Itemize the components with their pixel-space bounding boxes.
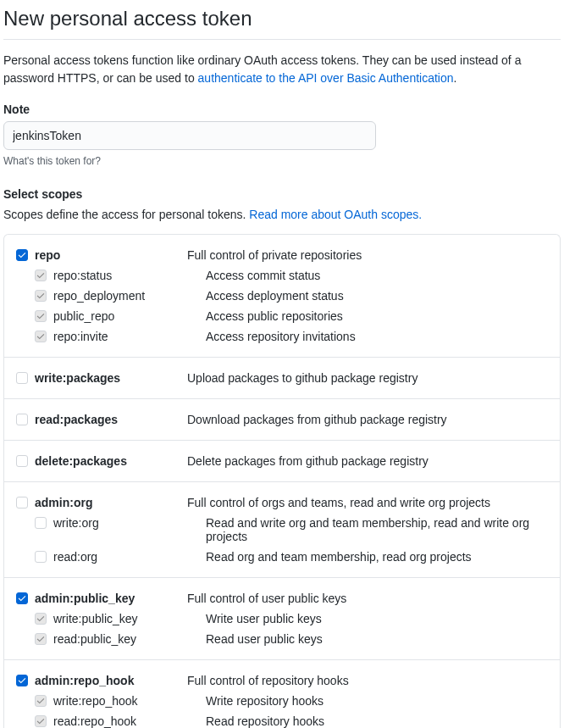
scope-name: admin:public_key xyxy=(35,592,187,605)
checkbox-admin-repo-hook-0[interactable] xyxy=(35,695,47,707)
scope-desc: Access deployment status xyxy=(206,289,548,303)
checkbox-col xyxy=(16,413,35,425)
scope-row-child: write:repo_hookWrite repository hooks xyxy=(16,691,548,711)
checkbox-col xyxy=(35,309,53,322)
checkbox-admin-public-key-0[interactable] xyxy=(35,613,47,625)
scopes-intro-before: Scopes define the access for personal to… xyxy=(3,208,249,221)
page-title: New personal access token xyxy=(3,7,561,40)
scope-group-admin-public-key: admin:public_keyFull control of user pub… xyxy=(4,578,560,660)
checkbox-repo-3[interactable] xyxy=(35,331,47,342)
checkbox-col xyxy=(35,289,53,302)
checkbox-repo[interactable] xyxy=(16,249,28,261)
checkbox-col xyxy=(16,496,35,508)
scope-row-parent: admin:orgFull control of orgs and teams,… xyxy=(16,492,548,513)
scope-desc: Read and write org and team membership, … xyxy=(206,516,548,543)
scope-row-child: repo:inviteAccess repository invitations xyxy=(16,326,548,347)
checkbox-delete-packages[interactable] xyxy=(16,455,28,467)
scope-row-parent: read:packagesDownload packages from gith… xyxy=(16,409,548,430)
scope-name: write:org xyxy=(53,516,206,530)
checkbox-col xyxy=(16,371,35,384)
scope-name: read:public_key xyxy=(53,632,206,646)
note-label: Note xyxy=(3,103,561,116)
scope-desc: Full control of user public keys xyxy=(187,592,548,605)
checkbox-col xyxy=(35,694,53,707)
scope-name: repo xyxy=(35,248,187,262)
scope-group-read-packages: read:packagesDownload packages from gith… xyxy=(4,399,560,441)
scope-name: read:org xyxy=(53,550,206,564)
scope-desc: Read user public keys xyxy=(206,632,548,646)
scope-name: write:packages xyxy=(35,371,187,385)
scopes-label: Select scopes xyxy=(3,187,561,201)
scope-desc: Full control of private repositories xyxy=(187,248,548,262)
checkbox-col xyxy=(35,516,53,529)
checkbox-col xyxy=(35,612,53,625)
scope-desc: Access repository invitations xyxy=(206,330,548,343)
scope-desc: Upload packages to github package regist… xyxy=(187,371,548,385)
scope-group-admin-repo-hook: admin:repo_hookFull control of repositor… xyxy=(4,660,560,728)
checkbox-col xyxy=(16,454,35,467)
scope-desc: Read repository hooks xyxy=(206,714,548,728)
checkbox-admin-org-0[interactable] xyxy=(35,517,47,529)
scope-desc: Delete packages from github package regi… xyxy=(187,454,548,468)
checkbox-col xyxy=(35,550,53,563)
scope-row-child: repo_deploymentAccess deployment status xyxy=(16,286,548,306)
intro-link[interactable]: authenticate to the API over Basic Authe… xyxy=(198,71,454,85)
scope-name: read:packages xyxy=(35,413,187,426)
checkbox-col xyxy=(16,674,35,686)
scope-desc: Full control of repository hooks xyxy=(187,674,548,687)
scope-desc: Write repository hooks xyxy=(206,694,548,708)
intro-text: Personal access tokens function like ord… xyxy=(3,52,561,87)
checkbox-admin-repo-hook[interactable] xyxy=(16,675,28,686)
scope-name: read:repo_hook xyxy=(53,714,206,728)
scope-name: public_repo xyxy=(53,309,206,323)
scope-desc: Full control of orgs and teams, read and… xyxy=(187,496,548,509)
scope-name: delete:packages xyxy=(35,454,187,468)
scope-group-write-packages: write:packagesUpload packages to github … xyxy=(4,358,560,399)
scope-row-child: read:orgRead org and team membership, re… xyxy=(16,547,548,567)
scope-row-child: read:public_keyRead user public keys xyxy=(16,629,548,649)
checkbox-admin-org-1[interactable] xyxy=(35,551,47,563)
scope-name: repo:status xyxy=(53,269,206,282)
scope-desc: Read org and team membership, read org p… xyxy=(206,550,548,564)
scopes-intro: Scopes define the access for personal to… xyxy=(3,206,561,224)
scope-group-repo: repoFull control of private repositories… xyxy=(4,235,560,358)
scope-name: repo:invite xyxy=(53,330,206,343)
checkbox-col xyxy=(35,714,53,727)
scope-row-child: public_repoAccess public repositories xyxy=(16,306,548,326)
checkbox-admin-public-key[interactable] xyxy=(16,592,28,604)
scope-desc: Write user public keys xyxy=(206,612,548,625)
scope-row-child: write:public_keyWrite user public keys xyxy=(16,609,548,629)
scopes-container: repoFull control of private repositories… xyxy=(3,234,561,728)
scope-row-parent: admin:public_keyFull control of user pub… xyxy=(16,588,548,609)
checkbox-col xyxy=(35,269,53,281)
checkbox-write-packages[interactable] xyxy=(16,372,28,384)
scope-name: admin:org xyxy=(35,496,187,509)
scopes-intro-link[interactable]: Read more about OAuth scopes. xyxy=(249,208,422,221)
scope-row-child: write:orgRead and write org and team mem… xyxy=(16,513,548,547)
checkbox-repo-2[interactable] xyxy=(35,310,47,322)
scope-desc: Access commit status xyxy=(206,269,548,282)
note-input[interactable] xyxy=(3,121,376,150)
scope-name: write:repo_hook xyxy=(53,694,206,708)
scope-row-parent: admin:repo_hookFull control of repositor… xyxy=(16,670,548,691)
scope-row-parent: delete:packagesDelete packages from gith… xyxy=(16,451,548,471)
scope-name: write:public_key xyxy=(53,612,206,625)
scope-row-parent: write:packagesUpload packages to github … xyxy=(16,368,548,388)
scope-group-delete-packages: delete:packagesDelete packages from gith… xyxy=(4,441,560,482)
checkbox-col xyxy=(16,592,35,604)
scope-row-child: repo:statusAccess commit status xyxy=(16,265,548,286)
checkbox-col xyxy=(16,248,35,261)
scope-row-child: read:repo_hookRead repository hooks xyxy=(16,711,548,728)
checkbox-admin-org[interactable] xyxy=(16,497,28,508)
scope-group-admin-org: admin:orgFull control of orgs and teams,… xyxy=(4,482,560,578)
scope-desc: Access public repositories xyxy=(206,309,548,323)
scope-row-parent: repoFull control of private repositories xyxy=(16,245,548,265)
checkbox-repo-1[interactable] xyxy=(35,290,47,302)
scope-desc: Download packages from github package re… xyxy=(187,413,548,426)
checkbox-admin-repo-hook-1[interactable] xyxy=(35,715,47,727)
note-help-text: What's this token for? xyxy=(3,155,561,167)
intro-after: . xyxy=(454,71,457,85)
checkbox-admin-public-key-1[interactable] xyxy=(35,633,47,645)
checkbox-repo-0[interactable] xyxy=(35,270,47,281)
checkbox-read-packages[interactable] xyxy=(16,414,28,425)
